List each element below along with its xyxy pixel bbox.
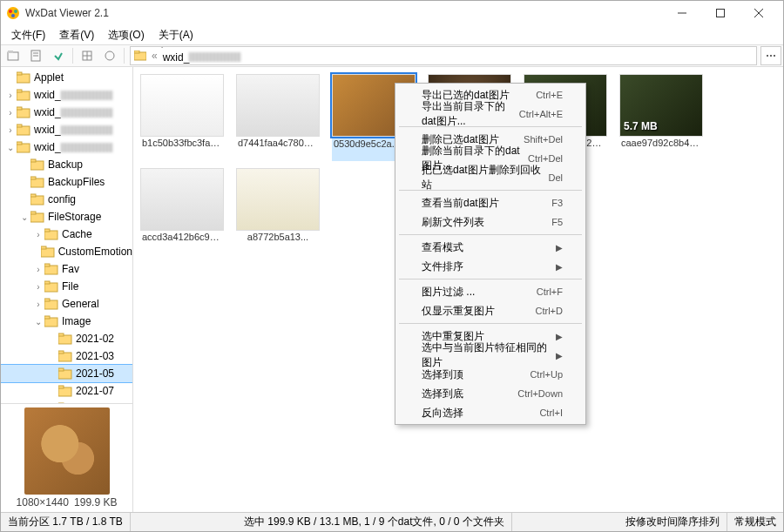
preview-size: 199.9 KB [74, 496, 117, 508]
minimize-button[interactable] [663, 1, 701, 25]
menu-view[interactable]: 查看(V) [52, 26, 101, 44]
breadcrumb-more-button[interactable]: ⋯ [760, 46, 781, 65]
menu-item[interactable]: 导出当前目录下的dat图片...Ctrl+Alt+E [397, 104, 584, 124]
menu-option[interactable]: 选项(O) [101, 26, 151, 44]
tree-item-cache[interactable]: ›Cache [1, 226, 132, 243]
thumbnail-label: b1c50b33fbc3fae582... [140, 137, 224, 149]
menu-about[interactable]: 关于(A) [152, 26, 200, 44]
thumbnail[interactable]: 5.7 MBcaae97d92c8b4c728... [619, 74, 703, 161]
maximize-button[interactable] [701, 1, 740, 25]
svg-rect-9 [8, 51, 13, 53]
content-pane[interactable]: b1c50b33fbc3fae582...d7441faa4c780ad30..… [133, 67, 783, 512]
thumbnail[interactable]: d7441faa4c780ad30... [236, 74, 320, 161]
menu-separator [399, 234, 582, 235]
svg-point-3 [11, 14, 15, 17]
tree-item-2021-02[interactable]: 2021-02 [1, 330, 132, 347]
tree-item-backup[interactable]: Backup [1, 156, 132, 173]
tree-item-wxid-[interactable]: ›wxid_ [1, 86, 132, 104]
thumbnail[interactable]: b1c50b33fbc3fae582... [140, 74, 224, 161]
svg-rect-8 [8, 52, 18, 60]
tree-item-wxid-[interactable]: ›wxid_ [1, 121, 132, 138]
status-bar: 当前分区 1.7 TB / 1.8 TB 选中 199.9 KB / 13.1 … [1, 512, 783, 531]
svg-rect-18 [134, 51, 139, 53]
expand-icon[interactable]: ⌄ [18, 212, 30, 222]
tree-item-2021-07[interactable]: 2021-07 [1, 382, 132, 400]
tool-btn-2[interactable] [25, 46, 46, 65]
menu-item[interactable]: 查看模式▶ [397, 238, 584, 257]
svg-rect-38 [44, 229, 50, 232]
menu-bar: 文件(F) 查看(V) 选项(O) 关于(A) [1, 25, 783, 44]
status-mode: 常规模式 [727, 513, 783, 531]
tree-item-general[interactable]: ›General [1, 295, 132, 313]
expand-icon[interactable]: › [4, 91, 17, 100]
menu-shortcut: Shift+Del [524, 134, 563, 145]
folder-icon [17, 124, 30, 136]
menu-file[interactable]: 文件(F) [4, 26, 52, 44]
tool-btn-4[interactable] [77, 46, 98, 65]
menu-separator [399, 323, 582, 324]
tree-item-2021-03[interactable]: 2021-03 [1, 347, 132, 365]
breadcrumb[interactable]: « DATA2 (E:)›微信垃圾›WeChat Files›wxid_›Fil… [130, 46, 757, 65]
tree-item-label: wxid_ [34, 89, 113, 101]
menu-item[interactable]: 选中与当前图片特征相同的图片▶ [397, 346, 584, 365]
expand-icon[interactable]: › [32, 265, 44, 274]
context-menu: 导出已选的dat图片Ctrl+E导出当前目录下的dat图片...Ctrl+Alt… [395, 83, 586, 425]
tree-item-image[interactable]: ⌄Image [1, 313, 132, 330]
expand-icon[interactable]: ⌄ [4, 143, 17, 152]
tool-btn-3[interactable] [48, 46, 69, 65]
tree-item-file[interactable]: ›File [1, 278, 132, 295]
folder-icon [30, 158, 44, 171]
expand-icon[interactable]: › [4, 108, 17, 118]
folder-icon [44, 280, 58, 293]
folder-icon [30, 176, 44, 188]
expand-icon[interactable]: › [32, 300, 44, 309]
menu-item[interactable]: 选择到顶Ctrl+Up [397, 365, 584, 384]
tree-item-label: FileStorage [48, 211, 101, 223]
close-button[interactable] [740, 1, 778, 25]
svg-rect-5 [717, 10, 725, 17]
tree-item-wxid-[interactable]: ›wxid_ [1, 104, 132, 121]
expand-icon[interactable]: › [32, 282, 44, 292]
svg-rect-50 [58, 333, 64, 336]
expand-icon[interactable]: › [4, 125, 17, 135]
tool-btn-5[interactable] [99, 46, 120, 65]
tree-item-2021-05[interactable]: 2021-05 [1, 365, 132, 382]
menu-item-label: 文件排序 [422, 259, 463, 274]
tree-item-label: 2021-02 [76, 333, 114, 345]
crumb-wxid-[interactable]: wxid_ [159, 51, 246, 64]
folder-tree[interactable]: Applet›wxid_›wxid_›wxid_⌄wxid_BackupBack… [1, 67, 132, 403]
tool-btn-1[interactable] [3, 46, 24, 65]
tree-item-wxid-[interactable]: ⌄wxid_ [1, 138, 132, 156]
menu-shortcut: Ctrl+F [537, 286, 563, 297]
window-title: WxDat Viewer 2.1 [25, 7, 663, 19]
menu-item[interactable]: 把已选dat图片删除到回收站Del [397, 168, 584, 187]
submenu-arrow-icon: ▶ [556, 332, 563, 341]
svg-point-2 [14, 10, 17, 13]
tree-item-config[interactable]: config [1, 191, 132, 208]
thumbnail[interactable]: a8772b5a13... [236, 168, 320, 243]
tree-item-backupfiles[interactable]: BackupFiles [1, 173, 132, 191]
menu-shortcut: Ctrl+Up [530, 369, 563, 380]
tree-item-label: wxid_ [34, 106, 113, 118]
menu-item[interactable]: 查看当前dat图片F3 [397, 193, 584, 212]
expand-icon[interactable]: › [32, 230, 44, 239]
thumbnail-label: a8772b5a13... [236, 231, 320, 243]
tree-item-fav[interactable]: ›Fav [1, 260, 132, 278]
folder-icon [58, 367, 72, 380]
menu-item[interactable]: 刷新文件列表F5 [397, 212, 584, 232]
menu-item[interactable]: 仅显示重复图片Ctrl+D [397, 301, 584, 320]
tree-item-customemotion[interactable]: CustomEmotion [1, 243, 132, 260]
expand-icon[interactable]: ⌄ [32, 317, 44, 327]
thumbnail-image [236, 168, 320, 231]
menu-item[interactable]: 反向选择Ctrl+I [397, 403, 584, 422]
tree-item-label: 2021-05 [76, 367, 114, 380]
menu-item[interactable]: 文件排序▶ [397, 257, 584, 276]
status-partition: 当前分区 1.7 TB / 1.8 TB [1, 513, 131, 531]
menu-item[interactable]: 选择到底Ctrl+Down [397, 384, 584, 403]
menu-item[interactable]: 图片过滤 ...Ctrl+F [397, 282, 584, 301]
tree-item-label: Applet [34, 71, 64, 84]
preview-image [24, 407, 110, 495]
thumbnail[interactable]: accd3a412b6c937a8... [140, 168, 224, 243]
tree-item-applet[interactable]: Applet [1, 69, 132, 86]
tree-item-filestorage[interactable]: ⌄FileStorage [1, 208, 132, 226]
